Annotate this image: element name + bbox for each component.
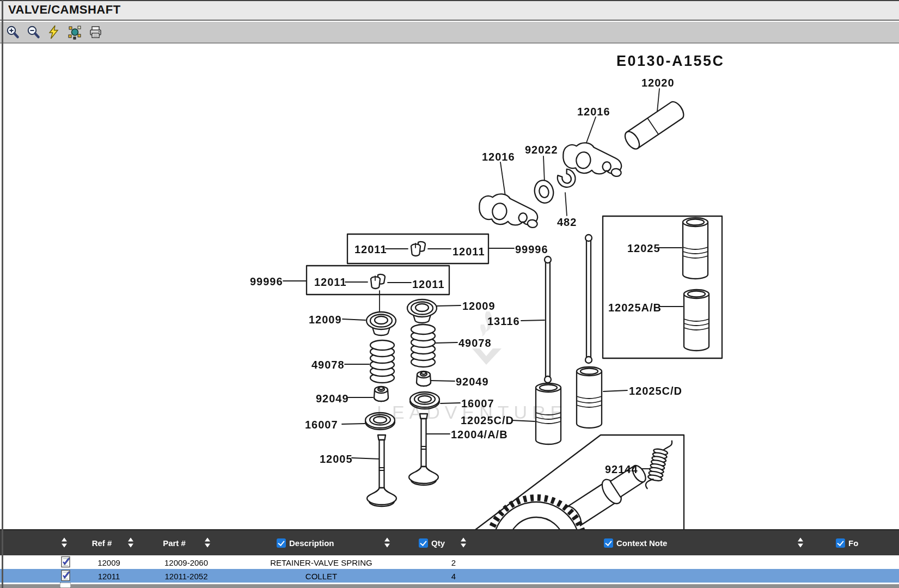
column-label: Qty — [431, 538, 445, 548]
image-hotspot-icon — [68, 25, 82, 40]
row-detail-icon[interactable] — [60, 556, 72, 568]
page-title: VALVE/CAMSHAFT — [8, 3, 121, 17]
column-header-part-[interactable]: Part # — [163, 530, 186, 555]
column-label: Part # — [163, 538, 186, 548]
part-label-12009: 12009 — [462, 300, 496, 313]
part-label-12005: 12005 — [320, 453, 353, 465]
part-label-12025ab: 12025A/B — [608, 302, 662, 314]
sort-arrows-icon[interactable] — [204, 538, 211, 548]
column-label: Context Note — [616, 538, 667, 548]
title-bar: VALVE/CAMSHAFT — [0, 0, 899, 21]
part-label-49078: 49078 — [458, 337, 492, 350]
part-label-482: 482 — [557, 216, 577, 229]
part-label-99996: 99996 — [515, 243, 548, 256]
lightning-icon — [47, 25, 62, 40]
zoom-out-icon — [26, 25, 41, 40]
window-left-border — [2, 0, 3, 588]
table-row[interactable]: 12011 12011-2052 COLLET 4 — [0, 569, 899, 583]
zoom-out-button[interactable] — [26, 25, 41, 40]
sort-arrows-icon[interactable] — [384, 538, 390, 548]
zoom-in-button[interactable] — [5, 25, 20, 40]
sort-arrows-icon[interactable] — [61, 538, 68, 548]
parts-table: Ref #Part #DescriptionQtyContext NoteFo … — [0, 529, 899, 588]
part-label-92144: 92144 — [605, 463, 638, 476]
table-bottom-strip — [0, 584, 899, 588]
column-header-fo[interactable]: Fo — [836, 530, 858, 555]
column-header-qty[interactable]: Qty — [419, 530, 445, 555]
next-row-icon-partial[interactable] — [60, 583, 71, 587]
part-label-16007: 16007 — [305, 419, 338, 431]
parts-table-header: Ref #Part #DescriptionQtyContext NoteFo — [0, 529, 899, 555]
diagram-canvas — [0, 45, 899, 529]
part-label-12011: 12011 — [354, 243, 387, 256]
column-checkbox[interactable] — [419, 538, 428, 548]
part-label-12025cd: 12025C/D — [629, 385, 682, 397]
cell-ref: 12011 — [98, 571, 120, 580]
printer-icon — [88, 25, 103, 40]
cell-qty: 2 — [451, 558, 456, 567]
row-detail-icon[interactable] — [60, 569, 72, 581]
column-header-description[interactable]: Description — [277, 530, 334, 555]
column-header-context-note[interactable]: Context Note — [604, 530, 667, 555]
sort-arrows-icon[interactable] — [127, 538, 134, 548]
cell-description: RETAINER-VALVE SPRING — [270, 558, 372, 567]
column-checkbox[interactable] — [836, 538, 845, 548]
column-header-ref-[interactable]: Ref # — [92, 530, 112, 555]
toolbar — [0, 22, 899, 44]
part-label-92022: 92022 — [525, 144, 558, 156]
print-button[interactable] — [88, 25, 103, 40]
diagram-code: E0130-A155C — [616, 53, 725, 70]
cell-part: 12011-2052 — [165, 571, 208, 580]
column-label: Ref # — [92, 538, 112, 548]
cell-part: 12009-2060 — [164, 558, 208, 567]
part-label-12025cd: 12025C/D — [461, 414, 514, 427]
parts-table-rows: 12009 12009-2060 RETAINER-VALVE SPRING 2… — [0, 555, 899, 583]
part-label-12009: 12009 — [309, 314, 342, 326]
parts-catalog-window: VALVE/CAMSHAFT — [0, 0, 899, 588]
part-label-12016: 12016 — [482, 151, 515, 163]
column-checkbox[interactable] — [604, 538, 613, 548]
window-top-border — [0, 0, 899, 1]
part-label-13116: 13116 — [487, 315, 520, 328]
refresh-button[interactable] — [47, 25, 62, 40]
cell-ref: 12009 — [97, 558, 120, 567]
table-row[interactable]: 12009 12009-2060 RETAINER-VALVE SPRING 2 — [0, 555, 899, 569]
sort-arrows-icon[interactable] — [797, 538, 804, 548]
part-label-49078: 49078 — [311, 359, 345, 371]
hotspot-button[interactable] — [68, 25, 82, 40]
cell-qty: 4 — [451, 571, 456, 580]
sort-arrows-icon[interactable] — [460, 538, 467, 548]
part-label-12020: 12020 — [641, 77, 675, 89]
part-label-12004ab: 12004/A/B — [451, 428, 508, 441]
part-label-16007: 16007 — [461, 397, 494, 410]
part-label-12011: 12011 — [412, 278, 445, 291]
part-label-12011: 12011 — [452, 246, 485, 258]
part-label-99996: 99996 — [250, 275, 283, 288]
column-label: Description — [289, 538, 334, 548]
cell-description: COLLET — [305, 571, 337, 580]
column-checkbox[interactable] — [277, 538, 286, 548]
part-label-92049: 92049 — [316, 393, 349, 405]
part-label-12025: 12025 — [627, 242, 661, 255]
column-label: Fo — [848, 538, 858, 548]
zoom-in-icon — [5, 25, 20, 40]
part-label-12016: 12016 — [577, 106, 610, 118]
part-label-12011: 12011 — [314, 276, 347, 289]
part-label-92049: 92049 — [456, 376, 489, 388]
